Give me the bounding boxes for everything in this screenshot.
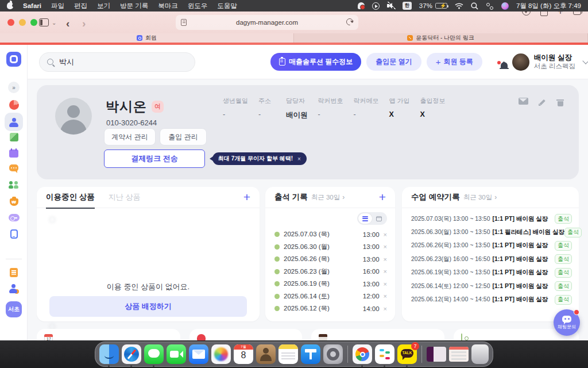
battery-status[interactable]: 37% ⚡ <box>419 2 447 9</box>
sidebar-item-messages[interactable] <box>0 164 28 171</box>
menubar-item-bookmarks[interactable]: 북마크 <box>158 2 178 10</box>
menubar-item-window[interactable]: 윈도우 <box>188 2 208 10</box>
chat-inquiry-button[interactable]: 채팅문의 <box>554 309 580 336</box>
menubar-item-view[interactable]: 보기 <box>97 2 110 10</box>
sidebar-item-members[interactable] <box>0 113 28 131</box>
now-playing-icon[interactable] <box>372 2 380 10</box>
remove-attendance-icon[interactable] <box>384 305 387 312</box>
wifi-icon[interactable] <box>455 3 463 9</box>
dock-slack-icon[interactable] <box>375 344 394 364</box>
remove-attendance-icon[interactable] <box>384 268 387 275</box>
apple-menu-icon[interactable] <box>7 2 13 9</box>
dock-safari-icon[interactable] <box>122 344 141 364</box>
forward-button[interactable]: › <box>82 20 86 28</box>
control-center-icon[interactable] <box>486 3 494 9</box>
tooltip-close-icon[interactable] <box>297 156 301 162</box>
zoom-window-button[interactable] <box>30 19 37 26</box>
input-source-icon[interactable]: 한 <box>403 2 412 10</box>
tab-workout-doctor[interactable]: 운동닥터 - 나만의 링크 <box>294 33 588 43</box>
dock-kakaotalk-icon[interactable]: TALK 7 <box>397 344 417 364</box>
sidebar-expand-button[interactable] <box>0 82 28 93</box>
sidebar-toggle-icon[interactable] <box>39 18 49 26</box>
reservation-datetime: 2025.06.19(목) 13:00 ~ 13:50 <box>411 269 490 277</box>
back-button[interactable]: ‹ <box>66 20 69 28</box>
account-chevron-icon[interactable] <box>582 57 588 64</box>
edit-icon[interactable] <box>538 98 547 106</box>
menubar-datetime[interactable]: 7월 8일 (화) 오후 7:49 <box>516 2 581 10</box>
register-member-button[interactable]: 회원 등록 <box>427 53 482 71</box>
member-search-input[interactable]: 박시 <box>39 52 195 72</box>
mute-icon[interactable] <box>387 2 395 9</box>
contract-manage-button[interactable]: 계약서 관리 <box>104 128 156 145</box>
dock-contacts-icon[interactable] <box>256 344 276 364</box>
money-bag-icon: ₩ <box>10 198 18 206</box>
list-view-button[interactable] <box>358 213 372 224</box>
pie-chart-icon <box>9 100 19 110</box>
dock-minimized-window-2[interactable] <box>449 347 469 362</box>
tab-past-products[interactable]: 지난 상품 <box>109 192 141 202</box>
menubar-item-help[interactable]: 도움말 <box>217 2 237 10</box>
sidebar-item-schedule[interactable] <box>0 148 28 158</box>
remove-attendance-icon[interactable] <box>384 243 387 250</box>
account-menu[interactable]: 배이원 실장 서초 리스펙짐 <box>512 53 575 71</box>
dock-finder-icon[interactable] <box>99 344 119 364</box>
access-manage-button[interactable]: 출입 관리 <box>160 128 207 145</box>
dock-notes-icon[interactable] <box>278 344 298 364</box>
sales-solution-button[interactable]: 매출솔루션 필수정보 <box>270 53 361 71</box>
menubar-app-name[interactable]: Safari <box>23 2 41 9</box>
dock-minimized-window-1[interactable] <box>427 347 446 362</box>
attendance-more-icon[interactable] <box>342 193 345 201</box>
siri-icon[interactable] <box>501 2 509 10</box>
attendance-list: 2025.07.03 (목) 13:00 2025.06.30 (월) 13:0… <box>274 228 387 315</box>
dock-photos-icon[interactable] <box>211 344 231 364</box>
add-product-icon[interactable] <box>243 191 250 203</box>
dock-chrome-icon[interactable] <box>353 344 372 364</box>
reservation-class: [1:1 PT] 배이원 실장 <box>492 241 548 250</box>
remove-attendance-icon[interactable] <box>384 231 387 238</box>
sidebar-item-sales[interactable]: ₩ <box>0 197 28 206</box>
menubar-item-edit[interactable]: 편집 <box>74 2 87 10</box>
app-logo[interactable] <box>6 52 21 67</box>
remove-attendance-icon[interactable] <box>384 293 387 300</box>
remove-attendance-icon[interactable] <box>384 256 387 263</box>
close-window-button[interactable] <box>7 19 14 26</box>
minimize-window-button[interactable] <box>19 19 26 26</box>
sidebar-item-staff[interactable] <box>0 181 28 189</box>
dock-mail-icon[interactable] <box>189 344 208 364</box>
sidebar-item-app[interactable] <box>0 229 28 239</box>
calendar-view-button[interactable] <box>372 213 386 224</box>
dock-messages-icon[interactable] <box>144 344 164 364</box>
message-icon[interactable] <box>519 98 528 105</box>
screen-record-status-icon[interactable] <box>358 2 365 9</box>
dock-keynote-icon[interactable] <box>301 344 320 364</box>
sidebar-item-trainer[interactable]: ✓ <box>0 284 28 293</box>
dock-settings-icon[interactable] <box>323 344 343 364</box>
address-bar[interactable]: dagym-manager.com <box>176 15 358 30</box>
reservation-row: 2025.06.19(목) 13:00 ~ 13:50 [1:1 PT] 배이원… <box>411 266 572 279</box>
assign-product-button[interactable]: 상품 배정하기 <box>49 296 247 317</box>
delete-icon[interactable] <box>556 98 564 106</box>
menubar-item-history[interactable]: 방문 기록 <box>120 2 148 10</box>
send-payment-link-button[interactable]: 결제링크 전송 <box>104 150 205 168</box>
spotlight-icon[interactable] <box>471 2 478 10</box>
dock-trash-icon[interactable] <box>471 344 489 364</box>
dagym-app: ₩ ✓ 서초 박시 매출솔루션 필수정보 출입문 열기 회 <box>0 45 588 340</box>
dock-calendar-icon[interactable]: 7월 8 <box>234 344 253 364</box>
sidebar-item-locker[interactable] <box>0 214 28 221</box>
tab-members[interactable]: 회원 <box>0 33 294 43</box>
reservations-more-icon[interactable] <box>494 193 497 201</box>
dock-facetime-icon[interactable] <box>167 344 186 364</box>
branch-badge[interactable]: 서초 <box>0 301 28 317</box>
remove-attendance-icon[interactable] <box>384 281 387 288</box>
add-attendance-icon[interactable] <box>379 191 386 203</box>
sidebar-item-products[interactable] <box>0 133 28 141</box>
sidebar-item-dashboard[interactable] <box>0 100 28 110</box>
menubar-item-file[interactable]: 파일 <box>51 2 64 10</box>
sidebar-item-notes[interactable] <box>0 268 28 277</box>
attendance-card: 출석 기록 최근 30일 2025.07.03 (목) 13:00 2025.0… <box>265 187 395 321</box>
tab-active-products[interactable]: 이용중인 상품 <box>46 187 95 208</box>
money-emoji-icon <box>461 334 462 340</box>
reload-icon[interactable] <box>346 18 353 25</box>
open-door-button[interactable]: 출입문 열기 <box>366 53 421 71</box>
sidebar-chevron-icon[interactable]: ⌄ <box>52 20 56 26</box>
